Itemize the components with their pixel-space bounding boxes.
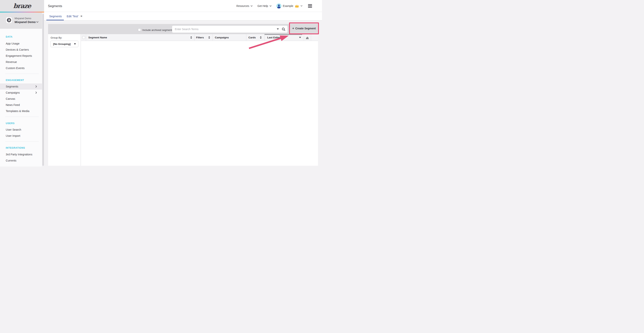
sidebar-divider	[5, 117, 39, 117]
sidebar-item-app-usage[interactable]: App Usage	[0, 41, 42, 47]
sidebar-item-custom-events[interactable]: Custom Events	[0, 65, 42, 71]
sidebar-section-users: USERS	[6, 122, 14, 125]
create-segment-button[interactable]: + Create Segment	[290, 24, 318, 33]
workspace-switcher[interactable]: b Mixpanel Demo Mixpanel Demo	[0, 13, 44, 29]
sidebar-item-templates-media[interactable]: Templates & Media	[0, 108, 42, 114]
sidebar-item-currents[interactable]: Currents	[0, 157, 42, 164]
include-archived-checkbox[interactable]	[138, 28, 141, 31]
column-divider	[194, 34, 195, 41]
sort-icon[interactable]	[208, 36, 210, 39]
sidebar-scrollbar-thumb[interactable]	[42, 14, 44, 166]
column-filters[interactable]: Filters	[196, 34, 204, 41]
group-by-panel: Group By: [No Grouping]	[48, 34, 80, 166]
segments-table-header: Segment Name Filters Campaigns Cards Las…	[81, 34, 318, 41]
dropdown-caret-icon	[74, 43, 76, 45]
column-divider	[212, 34, 213, 41]
sidebar: braze b Mixpanel Demo Mixpanel Demo DATA…	[0, 0, 44, 167]
chevron-down-icon	[270, 5, 272, 7]
column-divider	[264, 34, 265, 41]
analytics-chart-icon[interactable]	[306, 36, 309, 39]
sidebar-item-user-import[interactable]: User Import	[0, 133, 42, 139]
crown-icon	[295, 5, 299, 8]
horizontal-scrollbar-thumb[interactable]	[264, 34, 302, 35]
braze-logo: braze	[13, 2, 31, 10]
chevron-right-icon	[36, 92, 37, 94]
sidebar-item-3rd-party-integrations[interactable]: 3rd Party Integrations	[0, 151, 42, 157]
tab-edit-test[interactable]: Edit 'Test' ✖	[66, 12, 84, 21]
sidebar-item-campaigns[interactable]: Campaigns	[0, 90, 42, 96]
workspace-subtitle: Mixpanel Demo	[14, 17, 31, 20]
group-by-label: Group By:	[50, 36, 62, 39]
get-help-menu[interactable]: Get Help	[258, 5, 272, 8]
hamburger-menu-icon[interactable]	[308, 4, 312, 8]
column-segment-name[interactable]: Segment Name	[88, 34, 107, 41]
include-archived-label: Include archived segments	[142, 29, 173, 32]
sidebar-item-news-feed[interactable]: News Feed	[0, 102, 42, 108]
sidebar-item-user-search[interactable]: User Search	[0, 127, 42, 133]
sidebar-item-engagement-reports[interactable]: Engagement Reports	[0, 53, 42, 59]
plus-icon: +	[292, 27, 294, 30]
sidebar-divider	[5, 74, 39, 74]
sidebar-section-integrations: INTEGRATIONS	[6, 147, 25, 149]
sort-icon[interactable]	[190, 36, 192, 39]
chevron-down-icon	[250, 5, 252, 7]
last-edited-caret-icon[interactable]	[299, 37, 301, 38]
sort-icon[interactable]	[260, 36, 262, 39]
logo-area: braze	[0, 0, 44, 12]
column-divider	[246, 34, 246, 41]
tab-bar: Segments Edit 'Test' ✖	[44, 12, 322, 21]
column-divider	[304, 34, 304, 41]
top-header: Segments Resources Get Help Example	[44, 0, 322, 12]
user-account-menu[interactable]: Example	[276, 4, 302, 9]
active-tab-underline	[46, 20, 64, 21]
column-last-edited[interactable]: Last Edited	[267, 34, 281, 41]
column-cards[interactable]: Cards	[248, 34, 256, 41]
search-input[interactable]	[172, 26, 288, 33]
close-icon[interactable]: ✖	[80, 15, 82, 18]
sidebar-section-data: DATA	[6, 36, 12, 38]
search-icon[interactable]	[282, 28, 286, 31]
sidebar-divider	[5, 141, 39, 142]
page-title: Segments	[48, 0, 62, 12]
select-all-checkbox[interactable]	[82, 36, 85, 39]
sidebar-section-engagement: ENGAGEMENT	[6, 79, 24, 82]
workspace-app-icon: b	[6, 17, 12, 23]
segments-table-body	[81, 41, 318, 166]
chevron-down-icon	[300, 5, 302, 7]
group-by-select[interactable]: [No Grouping]	[50, 41, 78, 47]
tab-segments[interactable]: Segments	[48, 12, 63, 21]
workspace-title: Mixpanel Demo	[14, 20, 36, 24]
braze-segments-screen: braze b Mixpanel Demo Mixpanel Demo DATA…	[0, 0, 322, 167]
avatar	[276, 4, 281, 9]
chevron-right-icon	[36, 85, 37, 88]
sidebar-item-revenue[interactable]: Revenue	[0, 59, 42, 65]
resources-menu[interactable]: Resources	[236, 5, 252, 8]
column-divider	[86, 34, 86, 41]
sidebar-item-canvas[interactable]: Canvas	[0, 96, 42, 102]
chevron-down-icon	[36, 21, 38, 23]
sidebar-item-devices-carriers[interactable]: Devices & Carriers	[0, 47, 42, 53]
search-filter-caret-icon[interactable]	[277, 28, 279, 30]
column-campaigns[interactable]: Campaigns	[215, 34, 229, 41]
sidebar-item-segments[interactable]: Segments	[0, 84, 42, 90]
